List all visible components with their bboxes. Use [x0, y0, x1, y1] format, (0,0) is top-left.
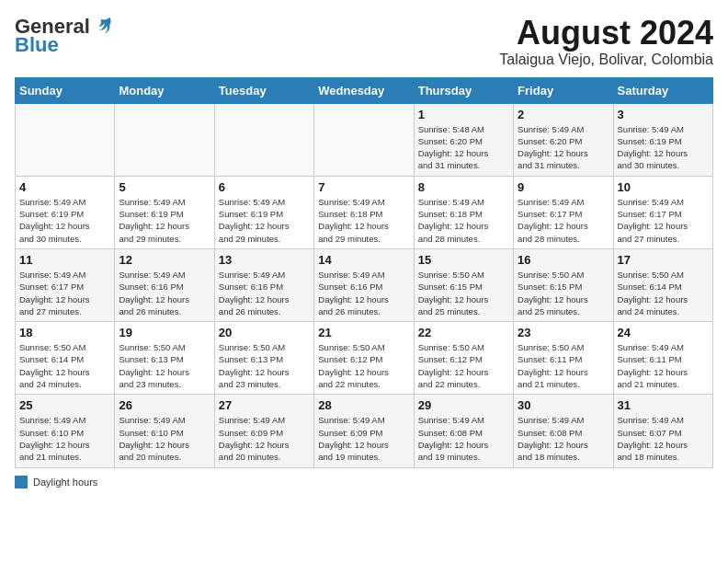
week-row-2: 11Sunrise: 5:49 AM Sunset: 6:17 PM Dayli… [16, 248, 713, 321]
day-number: 1 [418, 108, 509, 121]
day-number: 23 [518, 326, 609, 339]
calendar-cell [214, 103, 313, 176]
day-info: Sunrise: 5:50 AM Sunset: 6:15 PM Dayligh… [418, 269, 509, 317]
logo: General Blue [15, 15, 112, 57]
calendar-cell [314, 103, 414, 176]
day-info: Sunrise: 5:49 AM Sunset: 6:19 PM Dayligh… [219, 196, 310, 245]
calendar-cell: 29Sunrise: 5:49 AM Sunset: 6:08 PM Dayli… [414, 395, 513, 467]
calendar-cell: 22Sunrise: 5:50 AM Sunset: 6:12 PM Dayli… [414, 322, 513, 395]
day-number: 18 [19, 326, 110, 339]
calendar-cell: 23Sunrise: 5:50 AM Sunset: 6:11 PM Dayli… [514, 322, 613, 395]
day-number: 22 [418, 326, 509, 339]
calendar-cell: 9Sunrise: 5:49 AM Sunset: 6:17 PM Daylig… [514, 176, 613, 248]
day-number: 20 [219, 326, 310, 339]
calendar-cell: 28Sunrise: 5:49 AM Sunset: 6:09 PM Dayli… [314, 395, 414, 467]
calendar-cell: 18Sunrise: 5:50 AM Sunset: 6:14 PM Dayli… [16, 322, 115, 395]
title-area: August 2024 Talaigua Viejo, Bolivar, Col… [499, 15, 713, 68]
day-info: Sunrise: 5:50 AM Sunset: 6:12 PM Dayligh… [418, 341, 509, 390]
day-info: Sunrise: 5:49 AM Sunset: 6:19 PM Dayligh… [618, 123, 709, 172]
day-info: Sunrise: 5:48 AM Sunset: 6:20 PM Dayligh… [418, 123, 509, 172]
calendar-cell: 27Sunrise: 5:49 AM Sunset: 6:09 PM Dayli… [214, 395, 313, 467]
calendar-cell: 15Sunrise: 5:50 AM Sunset: 6:15 PM Dayli… [414, 248, 513, 321]
day-number: 24 [618, 326, 709, 339]
day-info: Sunrise: 5:49 AM Sunset: 6:18 PM Dayligh… [418, 196, 509, 245]
day-info: Sunrise: 5:49 AM Sunset: 6:09 PM Dayligh… [318, 414, 409, 463]
day-info: Sunrise: 5:50 AM Sunset: 6:12 PM Dayligh… [318, 341, 409, 390]
calendar-cell: 11Sunrise: 5:49 AM Sunset: 6:17 PM Dayli… [16, 248, 115, 321]
legend-color-box [15, 476, 28, 488]
dow-header-saturday: Saturday [613, 77, 712, 103]
dow-header-friday: Friday [514, 77, 613, 103]
calendar-table: SundayMondayTuesdayWednesdayThursdayFrid… [15, 77, 713, 468]
day-number: 21 [318, 326, 409, 339]
day-info: Sunrise: 5:49 AM Sunset: 6:16 PM Dayligh… [219, 269, 310, 317]
day-number: 6 [219, 180, 310, 194]
calendar-cell: 16Sunrise: 5:50 AM Sunset: 6:15 PM Dayli… [514, 248, 613, 321]
logo-blue-text: Blue [15, 33, 59, 57]
week-row-0: 1Sunrise: 5:48 AM Sunset: 6:20 PM Daylig… [16, 103, 713, 176]
day-number: 8 [418, 180, 509, 194]
day-info: Sunrise: 5:49 AM Sunset: 6:10 PM Dayligh… [119, 414, 210, 463]
day-info: Sunrise: 5:49 AM Sunset: 6:19 PM Dayligh… [119, 196, 210, 245]
calendar-cell: 5Sunrise: 5:49 AM Sunset: 6:19 PM Daylig… [115, 176, 214, 248]
dow-header-sunday: Sunday [16, 77, 115, 103]
day-info: Sunrise: 5:49 AM Sunset: 6:08 PM Dayligh… [518, 414, 609, 463]
day-number: 12 [119, 253, 210, 267]
day-number: 15 [418, 253, 509, 267]
calendar-cell: 6Sunrise: 5:49 AM Sunset: 6:19 PM Daylig… [214, 176, 313, 248]
day-number: 4 [19, 180, 110, 194]
day-number: 2 [518, 108, 609, 121]
day-number: 27 [219, 398, 310, 412]
day-info: Sunrise: 5:49 AM Sunset: 6:16 PM Dayligh… [119, 269, 210, 317]
day-info: Sunrise: 5:50 AM Sunset: 6:14 PM Dayligh… [618, 269, 709, 317]
day-info: Sunrise: 5:49 AM Sunset: 6:09 PM Dayligh… [219, 414, 310, 463]
calendar-cell: 8Sunrise: 5:49 AM Sunset: 6:18 PM Daylig… [414, 176, 513, 248]
day-info: Sunrise: 5:49 AM Sunset: 6:17 PM Dayligh… [19, 269, 110, 317]
day-info: Sunrise: 5:49 AM Sunset: 6:18 PM Dayligh… [318, 196, 409, 245]
day-number: 16 [518, 253, 609, 267]
calendar-cell: 10Sunrise: 5:49 AM Sunset: 6:17 PM Dayli… [613, 176, 712, 248]
day-number: 11 [19, 253, 110, 267]
day-info: Sunrise: 5:49 AM Sunset: 6:07 PM Dayligh… [618, 414, 709, 463]
day-number: 5 [119, 180, 210, 194]
day-info: Sunrise: 5:49 AM Sunset: 6:17 PM Dayligh… [518, 196, 609, 245]
day-number: 25 [19, 398, 110, 412]
calendar-cell: 13Sunrise: 5:49 AM Sunset: 6:16 PM Dayli… [214, 248, 313, 321]
week-row-3: 18Sunrise: 5:50 AM Sunset: 6:14 PM Dayli… [16, 322, 713, 395]
day-number: 13 [219, 253, 310, 267]
day-number: 26 [119, 398, 210, 412]
dow-header-wednesday: Wednesday [314, 77, 414, 103]
day-number: 3 [618, 108, 709, 121]
day-number: 14 [318, 253, 409, 267]
day-number: 30 [518, 398, 609, 412]
week-row-4: 25Sunrise: 5:49 AM Sunset: 6:10 PM Dayli… [16, 395, 713, 467]
calendar-cell: 4Sunrise: 5:49 AM Sunset: 6:19 PM Daylig… [16, 176, 115, 248]
day-info: Sunrise: 5:50 AM Sunset: 6:13 PM Dayligh… [219, 341, 310, 390]
calendar-cell: 19Sunrise: 5:50 AM Sunset: 6:13 PM Dayli… [115, 322, 214, 395]
calendar-cell [115, 103, 214, 176]
month-title: August 2024 [499, 15, 713, 52]
calendar-cell: 24Sunrise: 5:49 AM Sunset: 6:11 PM Dayli… [613, 322, 712, 395]
dow-header-tuesday: Tuesday [214, 77, 313, 103]
calendar-cell: 7Sunrise: 5:49 AM Sunset: 6:18 PM Daylig… [314, 176, 414, 248]
dow-header-monday: Monday [115, 77, 214, 103]
calendar-cell: 20Sunrise: 5:50 AM Sunset: 6:13 PM Dayli… [214, 322, 313, 395]
logo-bird-icon [92, 15, 112, 35]
legend-area: Daylight hours [15, 476, 713, 488]
calendar-cell: 26Sunrise: 5:49 AM Sunset: 6:10 PM Dayli… [115, 395, 214, 467]
legend-label: Daylight hours [33, 477, 97, 488]
header: General Blue August 2024 Talaigua Viejo,… [15, 15, 713, 68]
day-info: Sunrise: 5:50 AM Sunset: 6:11 PM Dayligh… [518, 341, 609, 390]
calendar-cell: 17Sunrise: 5:50 AM Sunset: 6:14 PM Dayli… [613, 248, 712, 321]
day-info: Sunrise: 5:49 AM Sunset: 6:20 PM Dayligh… [518, 123, 609, 172]
day-number: 7 [318, 180, 409, 194]
day-number: 9 [518, 180, 609, 194]
day-info: Sunrise: 5:50 AM Sunset: 6:13 PM Dayligh… [119, 341, 210, 390]
calendar-cell: 30Sunrise: 5:49 AM Sunset: 6:08 PM Dayli… [514, 395, 613, 467]
calendar-cell: 12Sunrise: 5:49 AM Sunset: 6:16 PM Dayli… [115, 248, 214, 321]
calendar-cell [16, 103, 115, 176]
day-info: Sunrise: 5:50 AM Sunset: 6:14 PM Dayligh… [19, 341, 110, 390]
day-info: Sunrise: 5:50 AM Sunset: 6:15 PM Dayligh… [518, 269, 609, 317]
calendar-cell: 21Sunrise: 5:50 AM Sunset: 6:12 PM Dayli… [314, 322, 414, 395]
day-info: Sunrise: 5:49 AM Sunset: 6:17 PM Dayligh… [618, 196, 709, 245]
